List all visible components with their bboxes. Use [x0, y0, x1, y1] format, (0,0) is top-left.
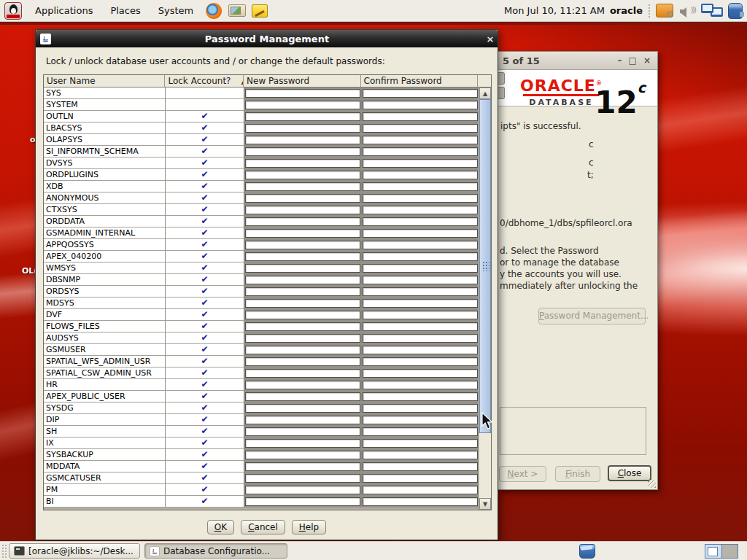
confirm-password-input[interactable]	[363, 264, 478, 273]
lock-account-cell[interactable]: ✔	[166, 122, 244, 134]
column-header-new-password[interactable]: New Password	[244, 75, 360, 88]
dbca-titlebar[interactable]: 5 of 15 – □ ×	[498, 52, 657, 70]
user-name-cell[interactable]: GSMUSER	[44, 344, 166, 356]
new-password-input[interactable]	[245, 124, 360, 133]
lock-account-cell[interactable]: ✔	[166, 169, 244, 181]
user-name-cell[interactable]: DVSYS	[44, 158, 166, 169]
lock-account-cell[interactable]: ✔	[166, 274, 244, 286]
password-management-button[interactable]: Password Management...	[538, 308, 646, 324]
confirm-password-input[interactable]	[363, 147, 478, 156]
table-row[interactable]: LBACSYS✔	[44, 122, 479, 134]
resize-grip[interactable]	[648, 480, 656, 488]
table-row[interactable]: PM✔	[44, 484, 479, 496]
user-menu[interactable]: oracle	[610, 5, 643, 16]
confirm-password-input[interactable]	[363, 357, 478, 366]
lock-account-cell[interactable]: ✔	[166, 332, 244, 344]
confirm-password-input[interactable]	[363, 346, 478, 354]
table-row[interactable]: OUTLN✔	[44, 111, 479, 122]
firefox-icon[interactable]	[206, 3, 222, 19]
lock-account-cell[interactable]: ✔	[166, 181, 244, 192]
user-name-cell[interactable]: XDB	[44, 181, 166, 192]
new-password-input[interactable]	[245, 474, 360, 483]
new-password-input[interactable]	[245, 439, 360, 448]
confirm-password-input[interactable]	[363, 159, 478, 168]
new-password-input[interactable]	[245, 136, 360, 144]
new-password-input[interactable]	[245, 451, 360, 459]
confirm-password-input[interactable]	[363, 497, 478, 506]
confirm-password-input[interactable]	[363, 206, 478, 214]
table-row[interactable]: SH✔	[44, 426, 479, 438]
close-icon[interactable]: ×	[483, 34, 498, 44]
workspace-2[interactable]	[721, 545, 738, 558]
table-row[interactable]: DBSNMP✔	[44, 274, 479, 286]
table-row[interactable]: HR✔	[44, 379, 479, 391]
user-name-cell[interactable]: SYSBACKUP	[44, 449, 166, 461]
user-name-cell[interactable]: SYSDG	[44, 402, 166, 414]
lock-account-cell[interactable]: ✔	[166, 228, 244, 239]
next-button[interactable]: Next >	[499, 466, 546, 482]
user-name-cell[interactable]: ORDDATA	[44, 216, 166, 228]
close-icon[interactable]: ×	[643, 55, 651, 66]
menu-places[interactable]: Places	[101, 0, 149, 22]
new-password-input[interactable]	[245, 381, 360, 389]
table-row[interactable]: APEX_PUBLIC_USER✔	[44, 391, 479, 402]
lock-account-cell[interactable]: ✔	[166, 204, 244, 216]
dialog-titlebar[interactable]: Password Management ×	[36, 30, 498, 47]
new-password-input[interactable]	[245, 346, 360, 354]
user-name-cell[interactable]: PM	[44, 484, 166, 496]
new-password-input[interactable]	[245, 311, 360, 319]
user-name-cell[interactable]: APEX_040200	[44, 251, 166, 262]
table-row[interactable]: SPATIAL_CSW_ADMIN_USR✔	[44, 368, 479, 379]
lock-account-cell[interactable]: ✔	[166, 192, 244, 204]
taskbar-window-terminal[interactable]: [oracle@jklibs:~/Desk...	[9, 543, 140, 559]
confirm-password-input[interactable]	[363, 229, 478, 238]
new-password-input[interactable]	[245, 89, 360, 98]
text-editor-icon[interactable]	[252, 4, 268, 18]
confirm-password-input[interactable]	[363, 369, 478, 378]
dbca-window[interactable]: 5 of 15 – □ × ORACLE® DATABASE 12c ipts"…	[498, 51, 658, 490]
user-name-cell[interactable]: SI_INFORMTN_SCHEMA	[44, 146, 166, 158]
new-password-input[interactable]	[245, 392, 360, 401]
user-name-cell[interactable]: WMSYS	[44, 262, 166, 274]
new-password-input[interactable]	[245, 229, 360, 238]
lock-account-cell[interactable]: ✔	[166, 239, 244, 251]
lock-account-cell[interactable]: ✔	[166, 344, 244, 356]
table-row[interactable]: DVF✔	[44, 309, 479, 321]
table-row[interactable]: FLOWS_FILES✔	[44, 321, 479, 332]
confirm-password-input[interactable]	[363, 474, 478, 483]
table-row[interactable]: IX✔	[44, 438, 479, 449]
workspace-1[interactable]	[705, 545, 721, 558]
table-row[interactable]: MDSYS✔	[44, 298, 479, 309]
table-row[interactable]: WMSYS✔	[44, 262, 479, 274]
confirm-password-input[interactable]	[363, 404, 478, 413]
confirm-password-input[interactable]	[363, 392, 478, 401]
user-name-cell[interactable]: DVF	[44, 309, 166, 321]
new-password-input[interactable]	[245, 101, 360, 109]
new-password-input[interactable]	[245, 334, 360, 343]
new-password-input[interactable]	[245, 322, 360, 331]
confirm-password-input[interactable]	[363, 311, 478, 319]
lock-account-cell[interactable]: ✔	[166, 309, 244, 321]
user-name-cell[interactable]: APPQOSSYS	[44, 239, 166, 251]
new-password-input[interactable]	[245, 276, 360, 284]
table-row[interactable]: SYSTEM	[44, 99, 479, 111]
new-password-input[interactable]	[245, 404, 360, 413]
new-password-input[interactable]	[245, 299, 360, 308]
confirm-password-input[interactable]	[363, 439, 478, 448]
confirm-password-input[interactable]	[363, 217, 478, 226]
user-name-cell[interactable]: ANONYMOUS	[44, 192, 166, 204]
confirm-password-input[interactable]	[363, 334, 478, 343]
table-row[interactable]: AUDSYS✔	[44, 332, 479, 344]
lock-account-cell[interactable]: ✔	[166, 496, 244, 508]
user-name-cell[interactable]: OUTLN	[44, 111, 166, 122]
lock-account-cell[interactable]: ✔	[166, 402, 244, 414]
lock-account-cell[interactable]: ✔	[166, 461, 244, 472]
confirm-password-input[interactable]	[363, 451, 478, 459]
confirm-password-input[interactable]	[363, 287, 478, 296]
menu-system[interactable]: System	[150, 0, 202, 22]
ok-button[interactable]: OK	[207, 520, 234, 534]
lock-account-cell[interactable]: ✔	[166, 391, 244, 402]
new-password-input[interactable]	[245, 194, 360, 203]
table-row[interactable]: ORDDATA✔	[44, 216, 479, 228]
user-name-cell[interactable]: SYSTEM	[44, 99, 166, 111]
